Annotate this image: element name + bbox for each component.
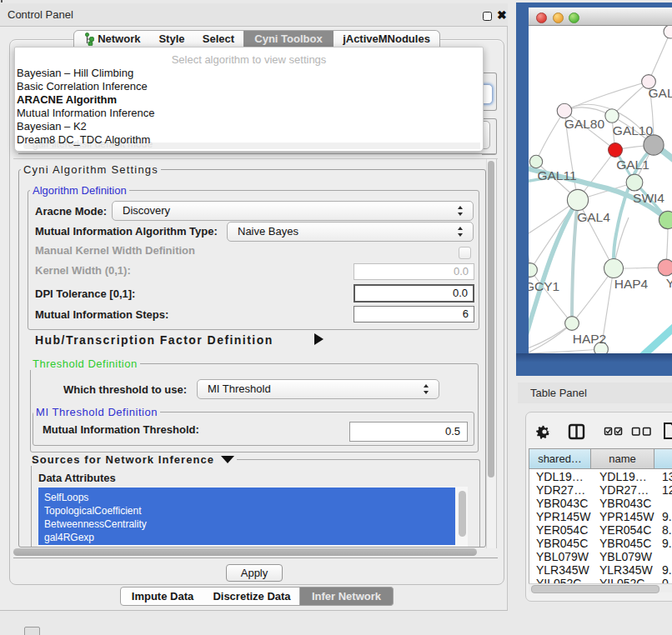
svg-text:GCY1: GCY1	[529, 279, 559, 293]
svg-text:GAL: GAL	[648, 86, 672, 100]
svg-text:GAL1: GAL1	[616, 158, 649, 172]
svg-text:GAL80: GAL80	[564, 117, 605, 131]
svg-text:SWI4: SWI4	[633, 191, 664, 205]
svg-text:Y: Y	[666, 276, 672, 290]
svg-text:GAL10: GAL10	[613, 123, 654, 138]
svg-text:GAL4: GAL4	[577, 210, 610, 224]
svg-text:HAP2: HAP2	[573, 332, 607, 346]
svg-text:HAP4: HAP4	[614, 277, 649, 291]
svg-text:GAL11: GAL11	[537, 168, 576, 182]
